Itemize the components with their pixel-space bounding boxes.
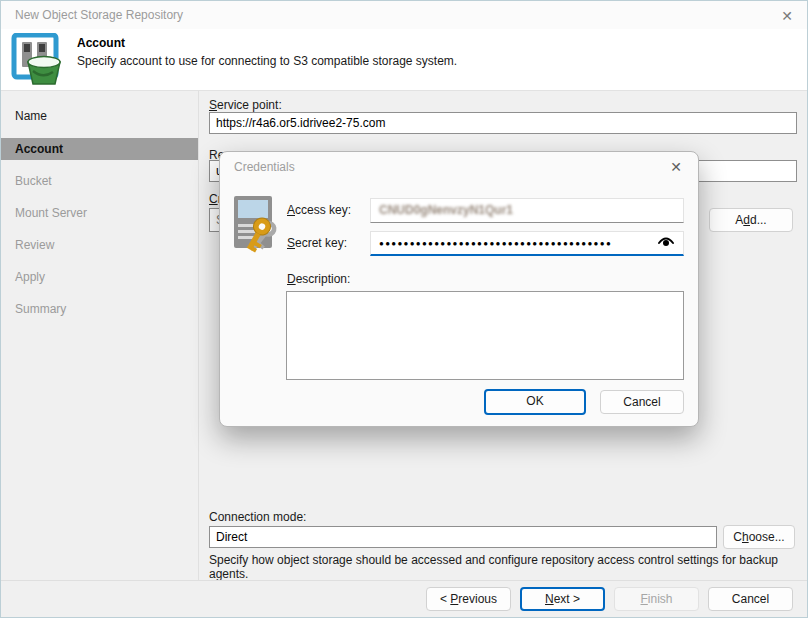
next-button[interactable]: Next > bbox=[520, 587, 605, 611]
close-icon[interactable]: ✕ bbox=[777, 7, 797, 25]
sidebar-item-name[interactable]: Name bbox=[1, 105, 198, 127]
finish-button: Finish bbox=[614, 587, 699, 611]
password-dots: ●●●●●●●●●●●●●●●●●●●●●●●●●●●●●●●●●●●●●● bbox=[379, 232, 655, 255]
sidebar-item-mount-server[interactable]: Mount Server bbox=[1, 202, 198, 224]
sidebar-item-account[interactable]: Account bbox=[1, 138, 198, 160]
dialog-title: Credentials bbox=[234, 160, 295, 174]
secret-key-input[interactable]: ●●●●●●●●●●●●●●●●●●●●●●●●●●●●●●●●●●●●●● bbox=[370, 231, 684, 256]
wizard-header: Account Specify account to use for conne… bbox=[1, 29, 807, 91]
step-title: Account bbox=[77, 36, 125, 50]
connection-mode-hint: Specify how object storage should be acc… bbox=[209, 553, 799, 581]
sidebar-item-apply[interactable]: Apply bbox=[1, 266, 198, 288]
sidebar-divider bbox=[198, 91, 199, 581]
dialog-close-icon[interactable]: ✕ bbox=[666, 158, 686, 176]
connection-mode-field: Direct bbox=[209, 526, 717, 548]
sidebar-item-summary[interactable]: Summary bbox=[1, 298, 198, 320]
dialog-cancel-button[interactable]: Cancel bbox=[600, 390, 684, 414]
cancel-button[interactable]: Cancel bbox=[708, 587, 793, 611]
window-title: New Object Storage Repository bbox=[15, 8, 183, 22]
previous-button[interactable]: < Previous bbox=[426, 587, 511, 611]
description-label: Description: bbox=[287, 272, 350, 286]
access-key-label: Access key: bbox=[287, 203, 351, 217]
sidebar-item-bucket[interactable]: Bucket bbox=[1, 170, 198, 192]
ok-button[interactable]: OK bbox=[484, 389, 586, 415]
access-key-input[interactable]: CNUD0gNenvzyN1Qur1 bbox=[370, 198, 684, 223]
credentials-key-icon bbox=[230, 194, 288, 261]
credentials-dialog: Credentials ✕ bbox=[219, 151, 699, 427]
wizard-footer: < Previous Next > Finish Cancel bbox=[426, 587, 793, 611]
service-point-label: Service point: bbox=[209, 98, 282, 112]
description-textarea[interactable] bbox=[286, 291, 684, 380]
object-storage-repository-icon bbox=[11, 33, 65, 90]
choose-button[interactable]: Choose... bbox=[723, 525, 795, 549]
step-description: Specify account to use for connecting to… bbox=[77, 54, 457, 68]
reveal-password-eye-icon[interactable] bbox=[657, 232, 675, 255]
service-point-input[interactable]: https://r4a6.or5.idrivee2-75.com bbox=[209, 112, 797, 134]
connection-mode-label: Connection mode: bbox=[209, 510, 306, 524]
secret-key-label: Secret key: bbox=[287, 236, 347, 250]
footer-divider bbox=[1, 580, 807, 581]
add-credentials-button[interactable]: Add... bbox=[709, 208, 793, 232]
sidebar-item-review[interactable]: Review bbox=[1, 234, 198, 256]
titlebar: New Object Storage Repository ✕ bbox=[1, 1, 807, 29]
wizard-window: New Object Storage Repository ✕ Account … bbox=[0, 0, 808, 618]
